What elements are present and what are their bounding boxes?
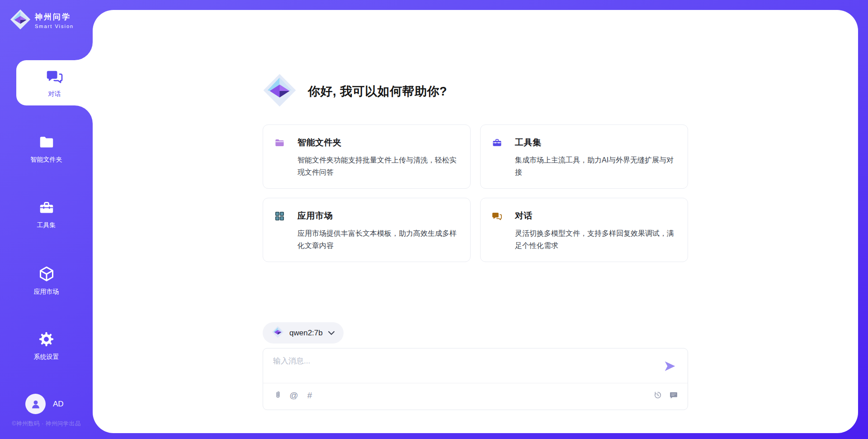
folder-icon <box>38 134 55 152</box>
brand-logo: 神州问学 Smart Vision <box>10 9 74 32</box>
card-smart-folder[interactable]: 智能文件夹 智能文件夹功能支持批量文件上传与清洗，轻松实现文件问答 <box>263 124 471 189</box>
message-composer: @ # <box>263 348 688 410</box>
chat-icon <box>492 211 502 221</box>
model-selector[interactable]: qwen2:7b <box>263 322 344 344</box>
main-panel: 你好, 我可以如何帮助你? 智能文件夹 智能文件夹功能支持批量文件上传与清洗，轻… <box>93 10 858 433</box>
message-input[interactable] <box>273 356 662 379</box>
copyright-footer: ©神州数码 · 神州问学出品 <box>0 420 93 428</box>
history-icon[interactable] <box>653 390 663 400</box>
brand-diamond-icon <box>10 9 31 32</box>
sidebar-item-smart-folder[interactable]: 智能文件夹 <box>0 134 93 164</box>
chat-icon <box>46 68 63 87</box>
message-bubble-icon[interactable] <box>669 390 679 400</box>
sidebar-item-label: 智能文件夹 <box>31 156 62 164</box>
send-icon[interactable] <box>663 359 677 373</box>
avatar <box>25 394 46 414</box>
sidebar-item-label: 系统设置 <box>34 353 59 361</box>
chevron-down-icon <box>328 329 335 337</box>
user-initials: AD <box>53 400 64 409</box>
card-title: 对话 <box>515 210 533 222</box>
greeting-block: 你好, 我可以如何帮助你? <box>263 73 447 109</box>
card-description: 智能文件夹功能支持批量文件上传与清洗，轻松实现文件问答 <box>297 154 459 178</box>
model-name: qwen2:7b <box>289 329 323 338</box>
grid-icon <box>274 211 285 221</box>
card-toolset[interactable]: 工具集 集成市场上主流工具，助力AI与外界无缝扩展与对接 <box>480 124 688 189</box>
card-chat[interactable]: 对话 灵活切换多模型文件，支持多样回复效果调试，满足个性化需求 <box>480 198 688 262</box>
sidebar-item-settings[interactable]: 系统设置 <box>0 331 93 361</box>
mention-icon[interactable]: @ <box>289 390 299 400</box>
card-title: 应用市场 <box>297 210 333 222</box>
sidebar-item-label: 工具集 <box>37 221 56 229</box>
card-description: 集成市场上主流工具，助力AI与外界无缝扩展与对接 <box>515 154 677 178</box>
card-title: 工具集 <box>515 137 542 148</box>
card-description: 灵活切换多模型文件，支持多样回复效果调试，满足个性化需求 <box>515 227 677 252</box>
brand-subtitle: Smart Vision <box>35 24 74 29</box>
attachment-icon[interactable] <box>273 390 283 400</box>
assistant-diamond-icon <box>263 73 297 109</box>
brand-name: 神州问学 <box>35 12 74 22</box>
sidebar-item-label: 对话 <box>48 90 61 98</box>
user-account[interactable]: AD <box>25 394 64 414</box>
toolbox-icon <box>492 138 502 148</box>
composer-divider <box>263 383 688 383</box>
gear-icon <box>38 331 55 349</box>
sidebar-item-app-market[interactable]: 应用市场 <box>0 265 93 296</box>
cube-icon <box>38 265 55 284</box>
model-diamond-icon <box>272 326 284 340</box>
greeting-title: 你好, 我可以如何帮助你? <box>308 83 447 100</box>
sidebar-item-label: 应用市场 <box>34 288 59 296</box>
toolbox-icon <box>38 200 55 218</box>
topic-icon[interactable]: # <box>305 390 315 400</box>
sidebar-item-chat[interactable]: 对话 <box>16 60 93 105</box>
feature-cards: 智能文件夹 智能文件夹功能支持批量文件上传与清洗，轻松实现文件问答 <box>263 124 688 262</box>
sidebar-item-toolset[interactable]: 工具集 <box>0 200 93 229</box>
folder-open-icon <box>274 138 285 148</box>
card-description: 应用市场提供丰富长文本模板，助力高效生成多样化文章内容 <box>297 227 459 252</box>
sidebar: 神州问学 Smart Vision 对话 智能文件夹 <box>0 0 93 439</box>
card-title: 智能文件夹 <box>297 137 342 148</box>
card-app-market[interactable]: 应用市场 应用市场提供丰富长文本模板，助力高效生成多样化文章内容 <box>263 198 471 262</box>
